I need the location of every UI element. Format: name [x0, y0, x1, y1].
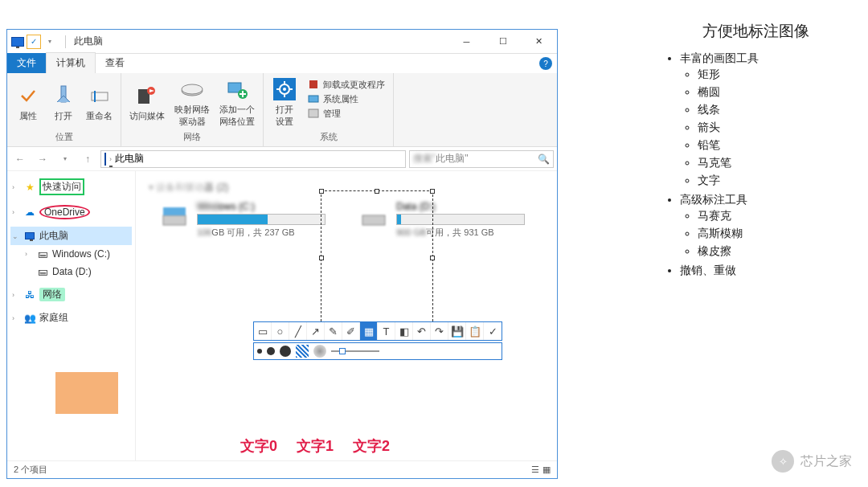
onedrive-label: OneDrive [39, 205, 90, 219]
sidebar-item-drive-d[interactable]: 🖴 Data (D:) [10, 263, 132, 280]
redo-button[interactable]: ↷ [431, 322, 448, 340]
copy-button[interactable]: 📋 [466, 322, 484, 340]
undo-button[interactable]: ↶ [413, 322, 431, 340]
ellipse-tool-button[interactable]: ○ [272, 322, 289, 340]
forward-button[interactable]: → [33, 149, 52, 169]
details-view-icon[interactable]: ☰ [531, 464, 539, 475]
svg-rect-20 [163, 207, 186, 215]
drive-c-name: ows (C:) [219, 201, 255, 212]
text-annotation-1: 文字1 [297, 436, 334, 456]
maximize-button[interactable]: ☐ [485, 30, 521, 53]
size-large-button[interactable] [280, 346, 291, 357]
sidebar-item-quick-access[interactable]: › ★ 快速访问 [10, 176, 132, 198]
address-bar[interactable]: › 此电脑 [100, 150, 406, 168]
drive-d-usage-bar [396, 214, 525, 225]
pattern-button[interactable] [296, 345, 309, 358]
properties-button[interactable]: 属性 [12, 75, 44, 129]
search-input[interactable]: 搜索"此电脑" 🔍 [409, 150, 554, 168]
list-item: 丰富的画图工具 矩形 椭圆 线条 箭头 铅笔 马克笔 文字 [680, 50, 852, 191]
pencil-tool-button[interactable]: ✎ [325, 322, 342, 340]
sidebar-item-onedrive[interactable]: › ☁ OneDrive [10, 203, 132, 222]
qat-checkbox-icon[interactable]: ✓ [27, 35, 41, 49]
computer-icon [23, 230, 36, 243]
eraser-tool-button[interactable]: ◧ [395, 322, 413, 340]
add-location-button[interactable]: 添加一个 网络位置 [216, 75, 258, 129]
system-properties-button[interactable]: 系统属性 [307, 92, 385, 105]
sidebar-item-this-pc[interactable]: ⌄ 此电脑 [10, 227, 132, 245]
blur-icon[interactable] [313, 345, 326, 358]
open-settings-label: 打开 设置 [276, 104, 293, 128]
ribbon-group-network-label: 网络 [126, 129, 258, 145]
tab-file[interactable]: 文件 [7, 53, 46, 73]
access-media-button[interactable]: 访问媒体 [126, 75, 168, 129]
list-item: 高斯模糊 [698, 225, 852, 243]
back-button[interactable]: ← [10, 149, 30, 169]
svg-point-11 [283, 88, 286, 91]
close-button[interactable]: ✕ [521, 30, 557, 53]
line-tool-button[interactable]: ╱ [289, 322, 307, 340]
open-button[interactable]: 打开 [47, 75, 80, 129]
watermark: ✧ 芯片之家 [772, 450, 852, 473]
rect-tool-button[interactable]: ▭ [254, 322, 272, 340]
drive-c-label: Windows (C:) [52, 248, 110, 260]
manage-button[interactable]: 管理 [307, 107, 385, 120]
size-medium-button[interactable] [267, 347, 275, 355]
drive-icon [179, 76, 205, 102]
window-title: 此电脑 [71, 35, 103, 48]
minimize-button[interactable]: ─ [448, 30, 485, 53]
tab-view[interactable]: 查看 [96, 53, 134, 73]
group-header: ▾ 设备和驱动器 (2) [142, 178, 551, 201]
list-item: 矩形 [698, 66, 852, 84]
text-annotation-0: 文字0 [240, 436, 277, 456]
sidebar-item-homegroup[interactable]: › 👥 家庭组 [10, 309, 132, 327]
search-placeholder: 此电脑" [436, 152, 468, 166]
watermark-text: 芯片之家 [800, 453, 852, 470]
list-item: 橡皮擦 [698, 243, 852, 260]
open-label: 打开 [55, 110, 72, 122]
size-small-button[interactable] [257, 349, 262, 354]
computer-icon [104, 153, 106, 165]
star-icon: ★ [23, 181, 36, 194]
open-settings-button[interactable]: 打开 设置 [268, 75, 301, 129]
tiles-view-icon[interactable]: ▦ [542, 464, 551, 475]
up-button[interactable]: ↑ [78, 149, 97, 169]
tab-computer[interactable]: 计算机 [46, 52, 96, 73]
navigation-pane: › ★ 快速访问 › ☁ OneDrive ⌄ 此电脑 › 🖴 Windows … [7, 171, 136, 460]
opacity-slider[interactable] [331, 350, 379, 352]
address-bar-row: ← → ▾ ↑ › 此电脑 搜索"此电脑" 🔍 [7, 147, 557, 171]
panel-title: 方便地标注图像 [659, 21, 852, 42]
media-label: 访问媒体 [129, 110, 165, 122]
manage-icon [307, 107, 320, 120]
help-icon[interactable]: ? [539, 57, 552, 70]
recent-dropdown[interactable]: ▾ [55, 149, 75, 169]
quick-access-label: 快速访问 [39, 178, 84, 195]
checkmark-icon [15, 83, 41, 108]
qat-dropdown-icon[interactable]: ▾ [43, 35, 57, 49]
this-pc-label: 此电脑 [39, 229, 68, 243]
feature-list-panel: 方便地标注图像 丰富的画图工具 矩形 椭圆 线条 箭头 铅笔 马克笔 文字 高级… [659, 21, 852, 280]
drive-c-item[interactable]: Windows (C:) 106 GB 可用，共 237 GB [158, 201, 326, 239]
rename-button[interactable]: 重命名 [83, 75, 116, 129]
uninstall-button[interactable]: 卸载或更改程序 [307, 78, 385, 91]
confirm-button[interactable]: ✓ [484, 322, 502, 340]
ribbon-group-system: 打开 设置 卸载或更改程序 系统属性 管理 [264, 73, 394, 146]
content-pane[interactable]: ▾ 设备和驱动器 (2) Windows (C:) 106 GB 可用，共 23… [136, 171, 557, 460]
drive-c-free: GB 可用，共 237 GB [211, 227, 294, 237]
text-tool-button[interactable]: T [378, 322, 395, 340]
drive-icon [358, 201, 390, 233]
ribbon-group-system-label: 系统 [268, 129, 388, 145]
map-drive-button[interactable]: 映射网络 驱动器 [171, 75, 213, 129]
svg-rect-16 [309, 80, 317, 88]
sidebar-item-drive-c[interactable]: › 🖴 Windows (C:) [10, 245, 132, 263]
svg-point-6 [182, 84, 203, 94]
save-button[interactable]: 💾 [448, 322, 466, 340]
drive-d-item[interactable]: Data (D:) 900 GB 可用，共 931 GB [358, 201, 525, 239]
drive-d-label: Data (D:) [52, 266, 92, 277]
svg-rect-19 [163, 215, 186, 225]
mosaic-tool-button[interactable]: ▦ [360, 322, 378, 340]
arrow-tool-button[interactable]: ↗ [307, 322, 325, 340]
properties-label: 属性 [19, 110, 37, 122]
orange-rectangle-annotation [55, 372, 118, 414]
marker-tool-button[interactable]: ✐ [342, 322, 360, 340]
sidebar-item-network[interactable]: › 🖧 网络 [10, 285, 132, 304]
